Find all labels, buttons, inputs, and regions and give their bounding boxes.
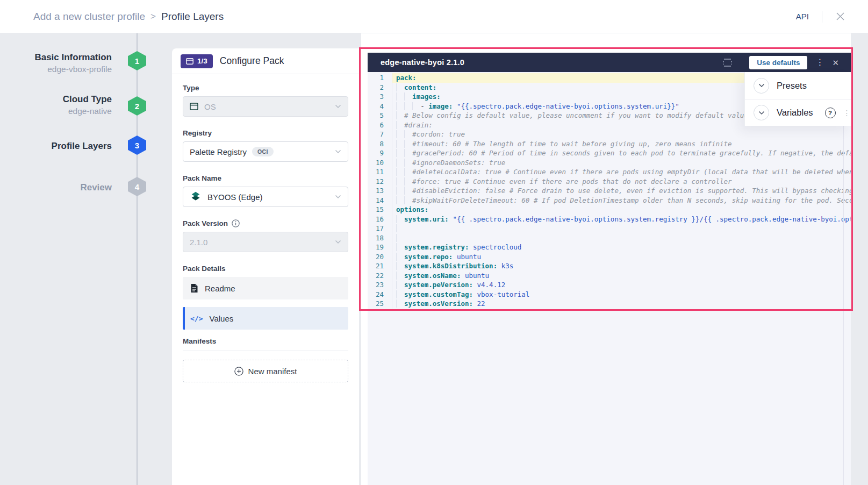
registry-value: Palette Registry [190, 147, 247, 156]
step-title: Basic Information [4, 51, 112, 63]
editor-menu-icon[interactable]: ⋮ [815, 58, 824, 67]
info-icon[interactable] [232, 219, 240, 227]
code-line[interactable]: 21 system.k8sDistribution: k3s [368, 261, 851, 271]
document-icon [190, 283, 198, 293]
configure-pack-header: 1/3 Configure Pack [172, 48, 359, 74]
line-number: 2 [368, 83, 384, 92]
code-line[interactable]: 7 #cordon: true [368, 130, 851, 139]
configure-pack-panel: 1/3 Configure Pack Type OS Registry Pale… [172, 48, 359, 485]
breadcrumb-parent-link[interactable]: Add a new cluster profile [33, 11, 145, 23]
code-line[interactable]: 9 #gracePeriod: 60 # Period of time in s… [368, 148, 851, 158]
line-number: 13 [368, 186, 384, 196]
step-number: 3 [135, 141, 139, 150]
chevron-down-icon [335, 195, 341, 199]
line-number: 25 [368, 299, 384, 309]
line-number: 1 [368, 73, 384, 83]
variables-section-toggle[interactable]: Variables ? ⋮ [745, 99, 851, 126]
code-line[interactable]: 8 #timeout: 60 # The length of time to w… [368, 139, 851, 149]
pack-name-select[interactable]: BYOOS (Edge) [183, 187, 348, 207]
type-label: Type [183, 84, 348, 92]
line-number: 8 [368, 139, 384, 149]
variables-label: Variables [777, 108, 813, 118]
chevron-down-icon [335, 104, 341, 109]
pack-name-label: Pack Name [183, 174, 348, 182]
step-badge-3: 3 [128, 135, 146, 155]
step-count: 1/3 [197, 57, 207, 65]
line-number: 6 [368, 120, 384, 130]
variables-menu-icon[interactable]: ⋮ [843, 109, 851, 117]
step-badge-4: 4 [128, 177, 146, 196]
code-editor-textarea[interactable]: 1pack:2 content:3 images:4 - image: "{{.… [368, 72, 851, 485]
line-number: 22 [368, 271, 384, 281]
pack-name-value: BYOOS (Edge) [207, 192, 263, 202]
code-line[interactable]: 10 #ignoreDaemonSets: true [368, 158, 851, 168]
line-number: 21 [368, 261, 384, 271]
code-line[interactable]: 24 system.customTag: vbox-tutorial [368, 290, 851, 299]
registry-select[interactable]: Palette Registry OCI [183, 141, 348, 162]
new-manifest-button[interactable]: New manifest [183, 360, 348, 382]
manifests-divider [183, 351, 348, 351]
code-line[interactable]: 11 #deleteLocalData: true # Continue eve… [368, 167, 851, 177]
presets-section-toggle[interactable]: Presets [745, 72, 851, 99]
help-icon[interactable]: ? [825, 108, 836, 118]
api-link[interactable]: API [796, 12, 809, 21]
os-icon [190, 103, 198, 110]
code-line[interactable]: 18 [368, 233, 851, 243]
step-subtitle: edge-native [4, 105, 112, 117]
code-line[interactable]: 16 system.uri: "{{ .spectro.pack.edge-na… [368, 215, 851, 224]
step-badge-1: 1 [128, 51, 146, 70]
step-badge-2: 2 [128, 96, 146, 116]
line-number: 14 [368, 196, 384, 205]
code-line[interactable]: 20 system.repo: ubuntu [368, 252, 851, 262]
line-number: 20 [368, 252, 384, 262]
editor-close-icon[interactable]: ✕ [832, 59, 839, 67]
step-title: Profile Layers [4, 140, 112, 152]
type-select[interactable]: OS [183, 96, 348, 117]
editor-title: edge-native-byoi 2.1.0 [381, 58, 464, 67]
line-number: 9 [368, 148, 384, 158]
step-number: 1 [135, 56, 139, 66]
line-number: 19 [368, 242, 384, 252]
code-line[interactable]: 15options: [368, 205, 851, 215]
code-line[interactable]: 17 [368, 224, 851, 233]
page-header: Add a new cluster profile > Profile Laye… [0, 0, 868, 33]
breadcrumb-separator: > [150, 11, 156, 22]
byoos-pack-icon [190, 191, 202, 203]
close-icon[interactable] [835, 11, 845, 22]
pack-version-select[interactable]: 2.1.0 [183, 232, 348, 252]
code-line[interactable]: 19 system.registry: spectrocloud [368, 242, 851, 252]
editor-header: edge-native-byoi 2.1.0 Use defaults ⋮ ✕ [368, 53, 851, 72]
line-number: 3 [368, 92, 384, 102]
window-icon [186, 58, 193, 65]
pack-version-value: 2.1.0 [190, 238, 207, 247]
line-number: 11 [368, 167, 384, 177]
line-number: 7 [368, 130, 384, 139]
presets-variables-panel: Presets Variables ? ⋮ [744, 72, 851, 126]
line-number: 12 [368, 177, 384, 187]
readme-label: Readme [205, 284, 235, 293]
code-line[interactable]: 23 system.peVersion: v4.4.12 [368, 280, 851, 290]
expand-editor-icon[interactable] [722, 58, 733, 67]
step-subtitle: edge-vbox-profile [4, 63, 112, 75]
presets-label: Presets [777, 81, 807, 91]
step-number: 2 [135, 102, 139, 111]
manifests-label: Manifests [183, 337, 348, 345]
pack-step-badge: 1/3 [181, 54, 213, 68]
editor-scrollbar[interactable] [843, 72, 844, 485]
page-background-strip [851, 33, 868, 485]
chevron-down-icon[interactable] [754, 105, 769, 120]
step-number: 4 [135, 182, 139, 191]
code-line[interactable]: 25 system.osVersion: 22 [368, 299, 851, 309]
line-number: 15 [368, 205, 384, 215]
pack-details-label: Pack Details [183, 265, 348, 273]
code-line[interactable]: 12 #force: true # Continue even if there… [368, 177, 851, 187]
oci-badge: OCI [252, 147, 274, 156]
code-line[interactable]: 14 #skipWaitForDeleteTimeout: 60 # If po… [368, 196, 851, 205]
code-line[interactable]: 22 system.osName: ubuntu [368, 271, 851, 281]
readme-tab[interactable]: Readme [183, 277, 348, 299]
values-tab[interactable]: </> Values [183, 307, 348, 330]
use-defaults-button[interactable]: Use defaults [749, 56, 807, 69]
chevron-down-icon[interactable] [754, 78, 769, 94]
code-line[interactable]: 13 #disableEviction: false # Force drain… [368, 186, 851, 196]
step-title: Cloud Type [4, 93, 112, 105]
